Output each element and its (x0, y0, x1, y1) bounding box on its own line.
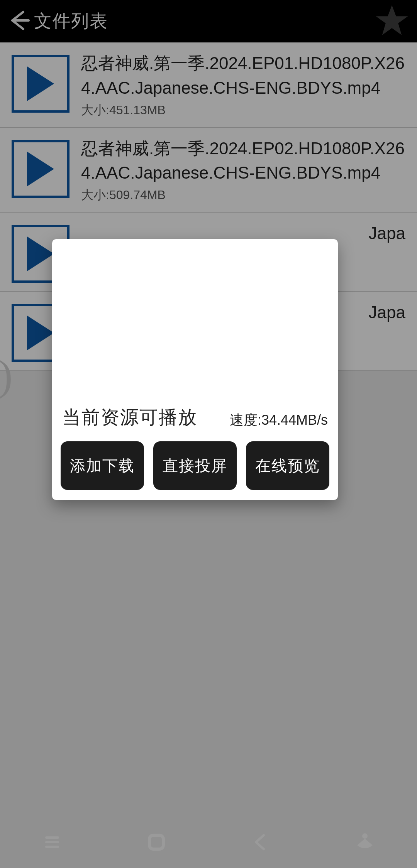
nav-home-button[interactable] (145, 831, 168, 855)
square-icon (145, 831, 168, 854)
speed-label: 速度:34.44MB/s (230, 411, 328, 430)
dialog-status: 当前资源可播放 速度:34.44MB/s (61, 405, 329, 441)
nav-recent-button[interactable] (41, 831, 64, 855)
assistant-icon (353, 831, 376, 854)
nav-back-button[interactable] (249, 831, 272, 855)
play-dialog: 当前资源可播放 速度:34.44MB/s 添加下载 直接投屏 在线预览 (52, 239, 338, 500)
add-download-button[interactable]: 添加下载 (61, 441, 144, 490)
nav-assistant-button[interactable] (353, 831, 376, 855)
system-nav-bar (0, 818, 417, 868)
playable-label: 当前资源可播放 (62, 405, 197, 430)
online-preview-button[interactable]: 在线预览 (246, 441, 329, 490)
cast-button[interactable]: 直接投屏 (153, 441, 237, 490)
svg-point-1 (362, 833, 368, 839)
svg-rect-0 (149, 835, 163, 849)
menu-icon (41, 831, 64, 854)
chevron-left-icon (249, 831, 272, 854)
